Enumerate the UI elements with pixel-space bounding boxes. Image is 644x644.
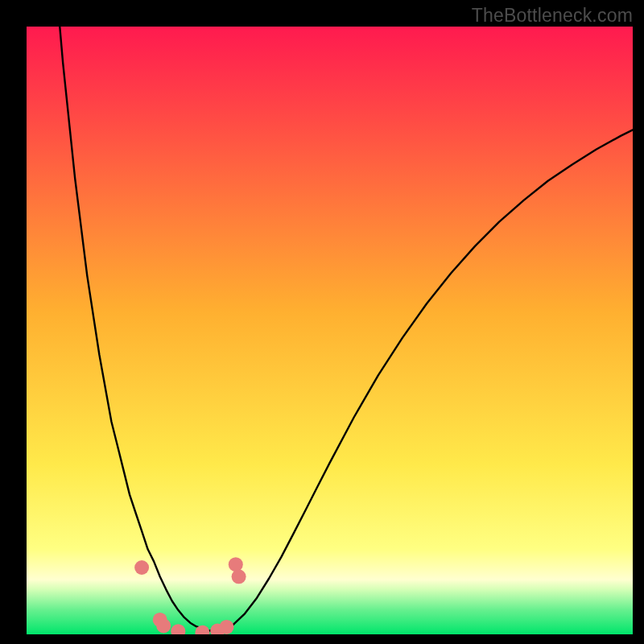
plot-area xyxy=(27,27,633,634)
chart-frame: TheBottleneck.com xyxy=(0,0,644,644)
chart-svg xyxy=(27,27,633,634)
gradient-background xyxy=(27,27,633,634)
curve-marker xyxy=(220,620,234,634)
watermark-text: TheBottleneck.com xyxy=(472,5,633,27)
curve-marker xyxy=(156,618,171,633)
curve-marker xyxy=(134,560,149,575)
curve-marker xyxy=(229,557,243,572)
curve-marker xyxy=(232,569,246,584)
